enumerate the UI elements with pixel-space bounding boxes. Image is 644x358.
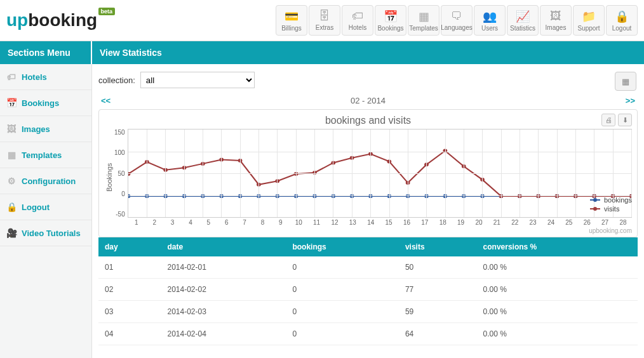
chart-grid	[128, 129, 632, 218]
main-content: collection: all ▦ << 02 - 2014 >> bookin…	[92, 64, 644, 358]
collection-select[interactable]: all	[140, 72, 255, 88]
table-row: 032014-02-030590.00 %	[98, 301, 638, 323]
col-visits: visits	[399, 237, 477, 256]
chart-credit: upbooking.com	[104, 227, 632, 234]
sidebar-item-label: Video Tutorials	[22, 229, 81, 238]
billings-icon: 💳	[285, 10, 299, 23]
users-icon: 👥	[483, 10, 497, 23]
download-chart-button[interactable]: ⬇	[618, 114, 632, 126]
sidebar-item-configuration[interactable]: ⚙Configuration	[0, 168, 91, 194]
table-row: 042014-02-040640.00 %	[98, 323, 638, 345]
print-chart-button[interactable]: 🖨	[601, 114, 615, 126]
table-row: 022014-02-020770.00 %	[98, 279, 638, 301]
period-label: 02 - 2014	[351, 96, 386, 105]
legend-visits: visits	[590, 205, 632, 213]
video-tutorials-icon: 🎥	[6, 228, 17, 238]
col-bookings: bookings	[286, 237, 398, 256]
sidebar-item-logout[interactable]: 🔒Logout	[0, 194, 91, 220]
templates-icon: ▦	[419, 10, 429, 23]
statistics-icon: 📈	[516, 10, 530, 23]
chart-container: bookings and visits 🖨 ⬇ Bookings 1501005…	[98, 109, 638, 237]
header: upbooking beta 💳Billings🗄Extras🏷Hotels📅B…	[0, 0, 644, 41]
logout-icon: 🔒	[6, 202, 17, 212]
topnav-billings[interactable]: 💳Billings	[276, 5, 307, 36]
sidebar-item-label: Configuration	[22, 176, 76, 186]
sidebar-item-label: Logout	[22, 202, 50, 212]
topnav-templates[interactable]: ▦Templates	[408, 5, 439, 36]
logo: upbooking beta	[6, 10, 97, 30]
sidebar-item-video-tutorials[interactable]: 🎥Video Tutorials	[0, 220, 91, 246]
legend-bookings: bookings	[590, 196, 632, 204]
topnav-hotels[interactable]: 🏷Hotels	[342, 5, 373, 36]
sidebar-item-label: Images	[22, 124, 50, 134]
sections-menu-title: Sections Menu	[0, 41, 92, 64]
col-date: date	[161, 237, 286, 256]
stats-table: daydatebookingsvisitsconversions % 01201…	[98, 237, 638, 345]
sidebar-item-hotels[interactable]: 🏷Hotels	[0, 64, 91, 90]
next-period-button[interactable]: >>	[626, 96, 635, 105]
topnav-users[interactable]: 👥Users	[474, 5, 506, 36]
chart-ylabel: Bookings	[104, 129, 114, 226]
top-nav: 💳Billings🗄Extras🏷Hotels📅Bookings▦Templat…	[276, 5, 638, 36]
beta-badge: beta	[98, 8, 116, 15]
collection-label: collection:	[98, 76, 135, 85]
extras-icon: 🗄	[319, 10, 330, 23]
topnav-statistics[interactable]: 📈Statistics	[507, 5, 539, 36]
col-day: day	[98, 237, 161, 256]
col-conversions--: conversions %	[477, 237, 638, 256]
sidebar-item-label: Hotels	[22, 72, 47, 82]
sidebar-item-label: Bookings	[22, 98, 59, 108]
images-icon: 🖼	[6, 124, 17, 134]
sidebar-item-label: Templates	[22, 150, 62, 160]
table-row: 012014-02-010500.00 %	[98, 256, 638, 279]
topnav-languages[interactable]: 🗨Languages	[441, 5, 473, 36]
bookings-icon: 📅	[6, 98, 17, 108]
title-bar: Sections Menu View Statistics	[0, 41, 644, 64]
configuration-icon: ⚙	[6, 176, 17, 186]
hotels-icon: 🏷	[6, 72, 17, 82]
chart-xaxis: 1234567891011121314151617181920212223242…	[128, 219, 632, 226]
collection-row: collection: all	[98, 72, 638, 88]
templates-icon: ▦	[6, 150, 17, 160]
languages-icon: 🗨	[451, 10, 462, 23]
sidebar-item-templates[interactable]: ▦Templates	[0, 142, 91, 168]
period-nav: << 02 - 2014 >>	[101, 96, 635, 105]
topnav-bookings[interactable]: 📅Bookings	[375, 5, 406, 36]
prev-period-button[interactable]: <<	[101, 96, 111, 105]
grid-view-button[interactable]: ▦	[615, 72, 636, 91]
images-icon: 🖼	[550, 10, 561, 23]
page-title: View Statistics	[92, 41, 644, 64]
sidebar: 🏷Hotels📅Bookings🖼Images▦Templates⚙Config…	[0, 64, 92, 358]
topnav-extras[interactable]: 🗄Extras	[309, 5, 340, 36]
chart-legend: bookingsvisits	[590, 195, 632, 214]
topnav-support[interactable]: 📁Support	[573, 5, 605, 36]
logout-icon: 🔒	[615, 10, 629, 23]
chart-title: bookings and visits	[104, 115, 632, 126]
topnav-images[interactable]: 🖼Images	[540, 5, 572, 36]
bookings-icon: 📅	[384, 10, 398, 23]
hotels-icon: 🏷	[352, 10, 363, 23]
chart-yaxis: 150100500-50	[114, 129, 128, 218]
table-header-row: daydatebookingsvisitsconversions %	[98, 237, 638, 256]
topnav-logout[interactable]: 🔒Logout	[606, 5, 638, 36]
sidebar-item-bookings[interactable]: 📅Bookings	[0, 90, 91, 116]
support-icon: 📁	[582, 10, 596, 23]
sidebar-item-images[interactable]: 🖼Images	[0, 116, 91, 142]
